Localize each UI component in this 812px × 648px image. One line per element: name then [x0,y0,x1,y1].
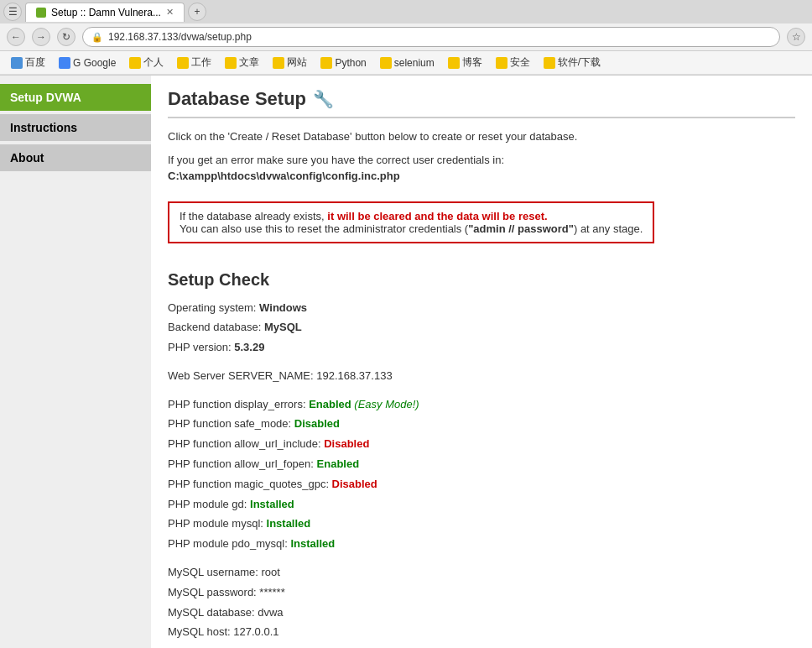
bookmark-label: 网站 [287,55,307,70]
sidebar-item-instructions[interactable]: Instructions [0,114,151,141]
warning-line1: If the database already exists, it will … [180,210,643,222]
mysql-password: MySQL password: ****** [168,584,795,602]
folder-icon [129,57,141,69]
bookmark-label: 博客 [462,55,482,70]
mysql-host: MySQL host: 127.0.0.1 [168,624,795,641]
bookmark-selenium[interactable]: selenium [376,55,439,71]
mysql-database: MySQL database: dvwa [168,604,795,622]
folder-icon [177,57,189,69]
bookmark-btn[interactable]: ☆ [787,28,805,46]
check-safe-mode: PHP function safe_mode: Disabled [168,415,795,433]
main-content: Database Setup 🔧 Click on the 'Create / … [151,76,812,648]
folder-icon [320,57,332,69]
check-pdo-mysql: PHP module pdo_mysql: Installed [168,536,795,553]
baidu-icon [11,57,23,69]
folder-icon [273,57,284,69]
setup-check-title: Setup Check [168,270,795,290]
bookmark-label: G Google [73,57,116,69]
check-display-errors: PHP function display_errors: Enabled (Ea… [168,396,795,414]
sidebar-item-setup[interactable]: Setup DVWA [0,84,151,111]
check-php: PHP version: 5.3.29 [168,339,795,357]
check-allow-url-fopen: PHP function allow_url_fopen: Enabled [168,456,795,473]
bookmark-security[interactable]: 安全 [492,54,534,71]
wrench-icon: 🔧 [313,89,334,109]
check-magic-quotes: PHP function magic_quotes_gpc: Disabled [168,476,795,494]
bookmark-label: selenium [394,57,435,69]
warning-box: If the database already exists, it will … [168,201,654,243]
folder-icon [544,57,555,69]
folder-icon [496,57,508,69]
page-title-text: Database Setup [168,88,306,110]
sidebar: Setup DVWA Instructions About [0,76,151,648]
browser-menu-btn[interactable]: ☰ [3,3,22,21]
tab-favicon [36,8,46,18]
warning-line2: You can also use this to reset the admin… [180,222,643,235]
bookmark-work[interactable]: 工作 [173,54,216,71]
bookmark-website[interactable]: 网站 [268,54,311,71]
mysql-checks: MySQL username: root MySQL password: ***… [168,564,795,641]
bookmark-label: 安全 [510,55,530,70]
page-layout: Setup DVWA Instructions About Database S… [0,76,812,648]
google-icon [59,57,70,69]
check-allow-url-include: PHP function allow_url_include: Disabled [168,436,795,453]
url-text: 192.168.37.133/dvwa/setup.php [108,31,252,43]
bookmark-label: 百度 [25,55,45,70]
check-server-name: Web Server SERVER_NAME: 192.168.37.133 [168,368,795,385]
folder-icon [225,57,237,69]
lock-icon: 🔒 [91,32,103,43]
back-btn[interactable]: ← [7,28,25,46]
refresh-btn[interactable]: ↻ [57,28,75,46]
php-function-checks: PHP function display_errors: Enabled (Ea… [168,396,795,553]
tab-title: Setup :: Damn Vulnera... [51,7,161,18]
bookmark-label: 个人 [143,55,164,70]
folder-icon [380,57,392,69]
bookmark-software[interactable]: 软件/下载 [539,54,605,71]
bookmark-label: 工作 [191,55,211,70]
check-mysql: PHP module mysql: Installed [168,515,795,533]
bookmark-personal[interactable]: 个人 [125,54,168,71]
url-bar[interactable]: 🔒 192.168.37.133/dvwa/setup.php [82,27,780,47]
browser-chrome: ☰ Setup :: Damn Vulnera... ✕ + ← → ↻ 🔒 1… [0,0,812,76]
intro-line1: Click on the 'Create / Reset Database' b… [168,128,795,145]
check-os: Operating system: Windows [168,300,795,317]
tab-bar: ☰ Setup :: Damn Vulnera... ✕ + [0,0,812,24]
bookmark-label: 软件/下载 [558,55,601,70]
sidebar-item-about[interactable]: About [0,144,151,171]
tab-close-btn[interactable]: ✕ [166,7,174,18]
browser-tab[interactable]: Setup :: Damn Vulnera... ✕ [25,3,185,22]
system-checks: Operating system: Windows Backend databa… [168,300,795,357]
config-path: C:\xampp\htdocs\dvwa\config\config.inc.p… [168,170,400,182]
bookmark-python[interactable]: Python [316,55,370,71]
check-gd: PHP module gd: Installed [168,496,795,514]
page-title: Database Setup 🔧 [168,88,795,118]
bookmark-blog[interactable]: 博客 [444,54,487,71]
folder-icon [448,57,460,69]
forward-btn[interactable]: → [32,28,50,46]
new-tab-btn[interactable]: + [188,3,206,21]
bookmarks-bar: 百度 G Google 个人 工作 文章 网站 Python selenium [0,51,812,75]
intro-line2: If you get an error make sure you have t… [168,152,795,185]
check-db: Backend database: MySQL [168,319,795,337]
mysql-username: MySQL username: root [168,564,795,582]
bookmark-google[interactable]: G Google [55,55,120,71]
bookmark-baidu[interactable]: 百度 [7,54,49,71]
bookmark-label: 文章 [239,55,259,70]
bookmark-label: Python [335,57,366,69]
address-bar: ← → ↻ 🔒 192.168.37.133/dvwa/setup.php ☆ [0,24,812,51]
bookmark-articles[interactable]: 文章 [221,54,263,71]
